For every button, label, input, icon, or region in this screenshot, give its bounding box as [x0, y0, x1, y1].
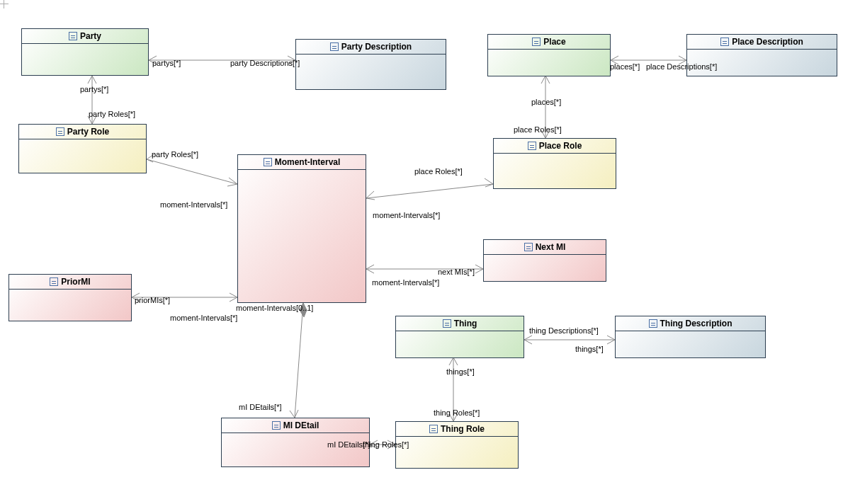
class-icon [532, 38, 541, 46]
class-title: PriorMI [61, 277, 90, 287]
assoc-label: things[*] [446, 367, 475, 376]
assoc-label: party Roles[*] [152, 150, 198, 159]
class-title: Next MI [536, 242, 566, 252]
class-icon [443, 319, 451, 328]
assoc-label: moment-Intervals[*] [160, 200, 227, 209]
diagram-canvas[interactable]: Party Party Description Party Role Place… [0, 0, 860, 504]
assoc-label: moment-Intervals[0..1] [236, 304, 313, 312]
assoc-label: thing Roles[*] [434, 408, 480, 417]
assoc-label: place Descriptions[*] [646, 62, 717, 71]
class-place-role[interactable]: Place Role [493, 138, 616, 189]
class-title: MI DEtail [283, 420, 319, 430]
assoc-label: place Roles[*] [414, 167, 463, 176]
class-title: Place [543, 37, 565, 47]
assoc-label: partys[*] [80, 85, 108, 93]
class-icon [69, 32, 77, 40]
assoc-label: thing Descriptions[*] [529, 326, 599, 335]
class-icon [50, 277, 58, 286]
class-title: Place Role [539, 141, 582, 151]
assoc-label: places[*] [531, 98, 561, 106]
class-title: Thing Role [441, 424, 485, 434]
assoc-label: places[*] [610, 62, 640, 71]
assoc-label: next MIs[*] [438, 268, 475, 276]
move-handle-icon[interactable] [1, 1, 7, 7]
class-title: Party Description [341, 42, 412, 52]
assoc-label: place Roles[*] [514, 125, 562, 134]
class-icon [330, 42, 339, 51]
assoc-label: mI DEtails[*] [239, 403, 282, 411]
assoc-label: party Descriptions[*] [230, 59, 300, 67]
class-thing[interactable]: Thing [395, 316, 524, 358]
class-moment-interval[interactable]: Moment-Interval [237, 154, 366, 303]
class-thing-role[interactable]: Thing Role [395, 421, 519, 469]
class-thing-description[interactable]: Thing Description [615, 316, 766, 358]
class-title: Party [80, 31, 101, 41]
class-next-mi[interactable]: Next MI [483, 239, 606, 282]
class-icon [524, 243, 533, 251]
class-title: Place Description [732, 37, 803, 47]
assoc-label: partys[*] [152, 59, 181, 67]
assoc-label: moment-Intervals[*] [373, 211, 440, 219]
class-title: Thing [454, 319, 477, 328]
class-icon [528, 142, 536, 150]
assoc-label: things[*] [575, 345, 604, 353]
class-title: Moment-Interval [275, 157, 341, 167]
class-title: Thing Description [660, 319, 732, 328]
class-icon [429, 425, 438, 433]
class-icon [264, 158, 272, 166]
assoc-label: priorMIs[*] [135, 296, 170, 304]
class-icon [649, 319, 657, 328]
assoc-label: moment-Intervals[*] [170, 314, 237, 322]
class-title: Party Role [67, 127, 109, 137]
class-party-role[interactable]: Party Role [18, 124, 147, 173]
class-icon [720, 38, 729, 46]
assoc-label: moment-Intervals[*] [372, 278, 439, 287]
class-icon [56, 127, 64, 136]
class-party[interactable]: Party [21, 28, 149, 76]
class-place[interactable]: Place [487, 34, 611, 76]
assoc-label: party Roles[*] [89, 110, 135, 118]
assoc-label: thing Roles[*] [363, 440, 409, 449]
class-icon [272, 421, 281, 430]
class-prior-mi[interactable]: PriorMI [9, 274, 132, 321]
class-party-description[interactable]: Party Description [295, 39, 446, 90]
